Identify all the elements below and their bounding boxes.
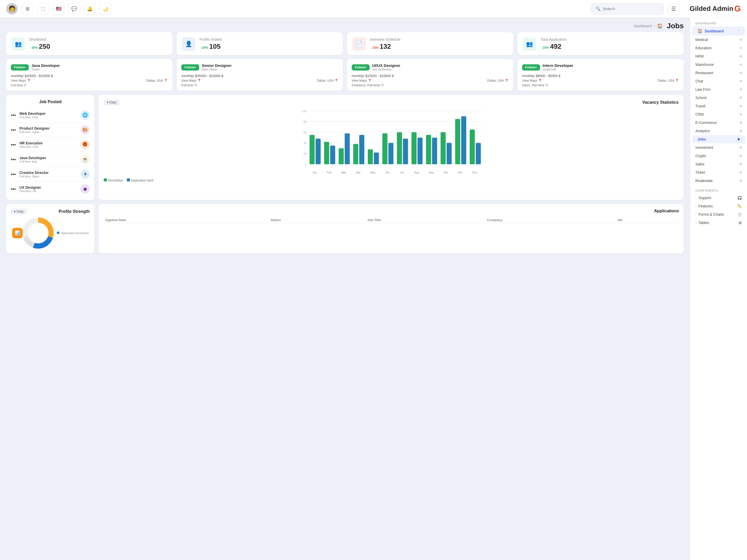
svg-rect-46 [476,143,481,164]
sidebar-item-school[interactable]: School [690,94,747,102]
job-viewmaps-3[interactable]: View Maps 📍 [522,79,542,82]
sidebar-item-e-commerce[interactable]: E-Commerce [690,118,747,127]
sidebar-component-item-support[interactable]: ‹ Support 🎧 [690,194,747,202]
sidebar-component-icon-1: ✏️ [738,204,742,208]
sidebar-item-investment[interactable]: Investment [690,143,747,152]
job-posted-item-5: ••• UX Designer Part-time, UK ◈ [11,182,90,196]
sidebar-dot-7 [740,88,742,90]
pie-chart-container: 📊 Application Answered [11,217,90,249]
svg-rect-13 [316,139,321,164]
job-viewmaps-1[interactable]: View Maps 📍 [181,79,201,82]
stat-label-2: Interview Schedule [370,37,401,42]
job-posted-dots-0[interactable]: ••• [11,112,16,118]
job-posted-name-3: Java Developer [20,156,78,160]
stat-change-1: ↑ 20% [200,46,208,50]
breadcrumb: Dashboard - 🏠 Jobs [6,18,684,32]
job-location-1: Dallas, USA 📍 [317,79,338,82]
stat-info-1: Profile Visited ↑ 20% 105 [200,37,222,51]
sidebar-dot-11 [740,122,742,124]
sidebar-item-traval[interactable]: Traval [690,102,747,110]
sidebar-component-item-tables[interactable]: ‹ Tables ⊞ [690,218,747,227]
job-viewmaps-0[interactable]: View Maps 📍 [11,79,31,82]
applications-col-0: Applied Date [103,216,268,224]
stat-info-0: Shortlisted ↑ 30% 250 [29,37,50,51]
chat-icon-btn[interactable]: 💬 [69,3,80,15]
avatar[interactable]: 🧑 [6,3,18,15]
follow-btn-0[interactable]: Follow+ [11,64,29,71]
stat-info-2: Interview Schedule ↓ 15% 132 [370,37,401,51]
stat-card-3: 👥 Total Application ↑ 25% 492 [517,32,684,55]
sidebar-component-chevron-3: ‹ [695,221,696,224]
svg-rect-24 [368,149,373,164]
sidebar-component-item-features[interactable]: ‹ Features ✏️ [690,202,747,210]
job-salary-3: monthly/ $8000 - $5000 $ [522,74,679,78]
svg-text:60: 60 [304,131,307,134]
stat-value-3: 492 [550,43,561,50]
theme-icon-btn[interactable]: 🌙 [100,3,111,15]
sidebar-dot-10 [740,113,742,115]
svg-text:Nov: Nov [458,171,463,174]
sidebar-item-dashboard[interactable]: 🏠 Dashboard ˅ [692,26,745,35]
sidebar: DASHBOARD 🏠 Dashboard ˅ Medical Educatio… [690,18,747,560]
applications-card: Applications Applied DateStatusJob Title… [99,204,684,253]
sidebar-item-medical[interactable]: Medical [690,35,747,44]
sidebar-dot-1 [740,38,742,41]
stat-card-2: 📄 Interview Schedule ↓ 15% 132 [347,32,513,55]
sidebar-item-crypto[interactable]: Crypto [690,152,747,160]
job-posted-dots-5[interactable]: ••• [11,186,16,192]
job-posted-dots-4[interactable]: ••• [11,171,16,177]
job-viewmaps-2[interactable]: View Maps 📍 [352,79,372,82]
svg-rect-16 [330,145,335,164]
follow-btn-3[interactable]: Follow+ [522,64,540,71]
stat-change-0: ↑ 30% [29,46,37,50]
job-posted-dots-3[interactable]: ••• [11,157,16,162]
crop-icon-btn[interactable]: ⬚ [37,3,49,15]
dashboard-icon-btn[interactable]: ⊞ [22,3,33,15]
bell-icon-btn[interactable]: 🔔 [84,3,96,15]
svg-rect-28 [388,143,393,164]
menu-btn[interactable]: ☰ [668,3,679,15]
job-card-3: Follow+ Intern Developer GoalCraft month… [517,59,684,91]
sidebar-item-law-firm[interactable]: Law Firm [690,85,747,94]
job-posted-dots-2[interactable]: ••• [11,142,16,148]
stat-icon-3: 👥 [523,37,536,51]
pie-chart [23,217,54,249]
sidebar-item-sales[interactable]: Sales [690,160,747,168]
sidebar-item-education[interactable]: Education [690,44,747,52]
follow-btn-2[interactable]: Follow+ [352,64,369,71]
search-input[interactable] [603,6,659,11]
follow-btn-1[interactable]: Follow+ [181,64,199,71]
job-card-0: Follow+ Java Developer Timex monthly/ $2… [6,59,173,91]
sidebar-item-analytics[interactable]: Analytics [690,127,747,135]
sidebar-item-crm[interactable]: CRM [690,110,747,118]
sidebar-item-jobs[interactable]: Jobs [692,135,745,143]
sidebar-item-ticket[interactable]: Ticket [690,168,747,177]
stat-icon-0: 👥 [11,37,25,51]
applications-title: Applications [103,209,679,213]
sidebar-item-hrm[interactable]: HRM [690,52,747,60]
stat-cards: 👥 Shortlisted ↑ 30% 250 👤 Profile Visite… [6,32,684,55]
svg-rect-33 [411,132,416,164]
chart-legend: Shortlisted Application Sent [104,178,678,182]
profile-daily-btn[interactable]: ▾ Daily [11,209,27,214]
sidebar-component-icon-2: ⏱️ [738,212,742,216]
sidebar-item-chat[interactable]: Chat [690,77,747,85]
sidebar-component-item-forms-&-charts[interactable]: ‹ Forms & Charts ⏱️ [690,210,747,218]
job-posted-name-1: Product Designer [20,126,78,130]
job-posted-card: Job Posted ••• Web Developer Full-time, … [6,95,95,200]
svg-rect-34 [418,138,423,164]
sidebar-item-warehouse[interactable]: Warehouse [690,60,747,69]
stat-label-1: Profile Visited [200,37,222,42]
sidebar-dot-9 [740,105,742,107]
svg-text:20: 20 [304,152,307,155]
sidebar-item-restaurant[interactable]: Restaurant [690,69,747,77]
svg-rect-18 [339,148,344,164]
flag-icon-btn[interactable]: 🇺🇸 [53,3,64,15]
sidebar-item-realestate[interactable]: Realestate [690,177,747,185]
job-posted-dots-1[interactable]: ••• [11,127,16,133]
breadcrumb-parent: Dashboard [634,24,651,28]
sidebar-section-components: COMPONENTS [690,185,747,194]
svg-text:Mar: Mar [341,171,346,174]
sidebar-dot-17 [740,171,742,174]
daily-filter-btn[interactable]: ▾ Daily [104,100,120,105]
